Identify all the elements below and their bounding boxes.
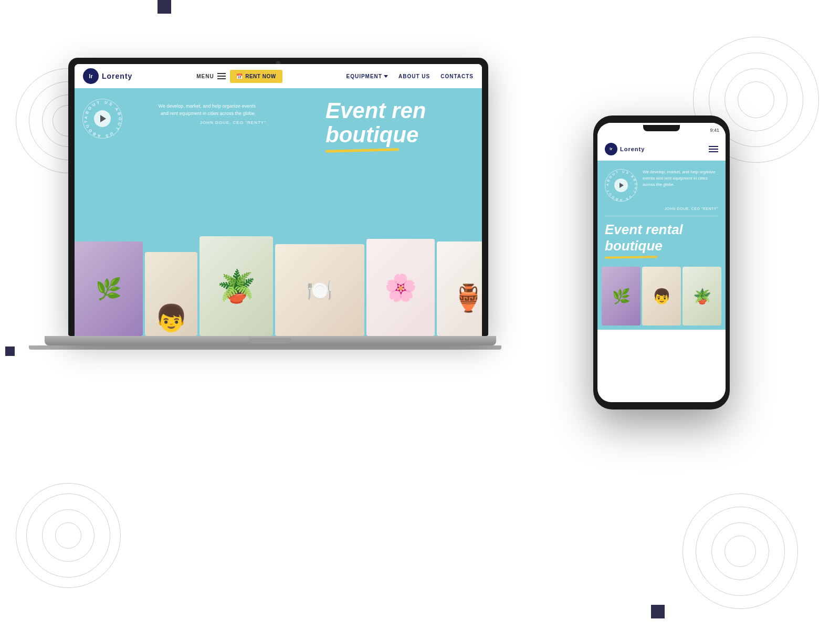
main-wrapper: lr Lorenty MENU 📅 RENT bbox=[0, 0, 840, 630]
photo-flowers bbox=[366, 239, 435, 336]
laptop-hero: ABOUT US ABOUT US ABOUT US We develop, m… bbox=[75, 88, 482, 336]
laptop-nav-contacts[interactable]: CONTACTS bbox=[440, 74, 474, 79]
laptop-navbar: lr Lorenty MENU 📅 RENT bbox=[75, 64, 482, 88]
phone-outer: 9:41 lr Lorenty bbox=[593, 116, 730, 410]
phone-hero-description: We develop, market, and help organize ev… bbox=[643, 169, 718, 188]
photo-table bbox=[275, 244, 364, 336]
phone-photo-area bbox=[597, 267, 726, 330]
photo-boy bbox=[145, 252, 197, 336]
phone-hero-title: Event rental boutique bbox=[605, 222, 718, 254]
phone-photo-1 bbox=[602, 267, 640, 326]
hamburger-icon bbox=[217, 73, 226, 79]
laptop-hero-text-block: We develop, market, and help organize ev… bbox=[151, 103, 266, 125]
phone-about-circle[interactable]: ABOUT US ABOUT US ABOUT US bbox=[605, 169, 637, 202]
laptop-logo-icon: lr bbox=[83, 68, 99, 84]
phone-photo-3 bbox=[682, 267, 721, 326]
equipment-dropdown-icon bbox=[384, 75, 388, 78]
laptop-hero-underline bbox=[326, 149, 399, 153]
photo-lavender bbox=[75, 242, 143, 336]
phone-hamburger-icon[interactable] bbox=[709, 146, 718, 152]
laptop-rent-now-button[interactable]: 📅 RENT NOW bbox=[230, 70, 282, 83]
laptop-hero-description: We develop, market, and help organize ev… bbox=[151, 103, 256, 117]
laptop-logo: lr Lorenty bbox=[83, 68, 132, 84]
phone-play-button[interactable] bbox=[614, 178, 628, 192]
laptop-base-area bbox=[68, 336, 488, 350]
phone-navbar: lr Lorenty bbox=[597, 138, 726, 161]
laptop-hero-title: Event ren boutique bbox=[326, 99, 478, 152]
phone-hero-title-block: Event rental boutique bbox=[605, 222, 718, 258]
phone-screen: 9:41 lr Lorenty bbox=[597, 123, 726, 402]
laptop-hero-title-block: Event ren boutique bbox=[326, 99, 478, 152]
phone-hero-ceo: JOHN DOUE, CEO "RENTY" bbox=[605, 207, 718, 211]
laptop-nav-right: EQUIPMENT ABOUT US CONTACTS bbox=[346, 74, 474, 79]
laptop-bottom bbox=[29, 345, 501, 350]
laptop-outer: lr Lorenty MENU 📅 RENT bbox=[68, 58, 488, 336]
laptop-nav-about[interactable]: ABOUT US bbox=[398, 74, 430, 79]
phone-logo-icon: lr bbox=[605, 143, 617, 155]
laptop-mockup: lr Lorenty MENU 📅 RENT bbox=[68, 58, 488, 383]
photo-plant bbox=[200, 236, 273, 336]
laptop-play-button[interactable] bbox=[94, 110, 111, 127]
phone-logo: lr Lorenty bbox=[605, 143, 645, 155]
phone-mockup: 9:41 lr Lorenty bbox=[593, 116, 730, 410]
laptop-nav-equipment[interactable]: EQUIPMENT bbox=[346, 74, 388, 79]
laptop-menu-button[interactable]: MENU bbox=[196, 73, 225, 79]
laptop-logo-text: Lorenty bbox=[102, 72, 132, 80]
phone-bottom-area bbox=[597, 330, 726, 361]
laptop-base bbox=[45, 336, 496, 345]
laptop-photo-collage bbox=[75, 231, 482, 336]
phone-hero: ABOUT US ABOUT US ABOUT US We develop, m… bbox=[597, 161, 726, 267]
phone-hero-top: ABOUT US ABOUT US ABOUT US We develop, m… bbox=[605, 169, 718, 202]
laptop-screen: lr Lorenty MENU 📅 RENT bbox=[75, 64, 482, 336]
phone-logo-text: Lorenty bbox=[620, 146, 645, 152]
phone-hero-text-block: We develop, market, and help organize ev… bbox=[643, 169, 718, 188]
play-icon bbox=[100, 115, 106, 122]
laptop-about-circle[interactable]: ABOUT US ABOUT US ABOUT US bbox=[82, 99, 122, 139]
phone-hero-underline bbox=[605, 256, 657, 259]
phone-notch bbox=[643, 125, 680, 131]
phone-play-icon bbox=[620, 183, 624, 188]
phone-photo-2 bbox=[642, 267, 681, 326]
laptop-hero-ceo: JOHN DOUE, CEO "RENTY" bbox=[151, 120, 266, 125]
phone-hero-divider bbox=[605, 216, 718, 216]
photo-vase bbox=[437, 242, 482, 336]
phone-time: 9:41 bbox=[710, 128, 719, 133]
